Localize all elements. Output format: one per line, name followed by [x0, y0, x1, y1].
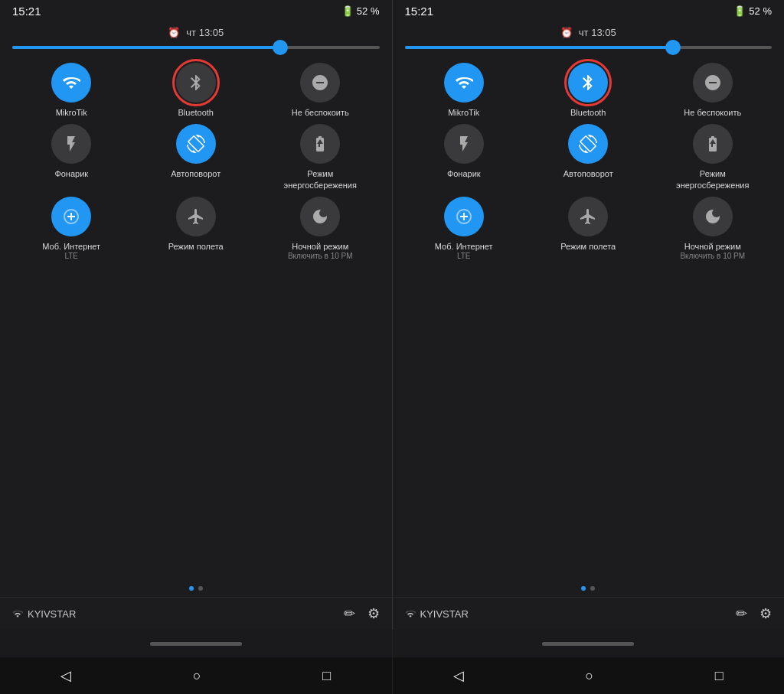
home-indicator-left: [0, 630, 393, 657]
footer-left: KYIVSTAR ✏ ⚙: [0, 597, 392, 630]
battery-icon-left: 🔋: [341, 5, 354, 17]
dot-2-right: [590, 586, 595, 591]
dot-1-left: [189, 586, 194, 591]
brightness-fill-left: [12, 46, 276, 49]
brightness-thumb-left[interactable]: [273, 40, 288, 55]
alarm-row-left: ⏰ чт 13:05: [0, 22, 392, 43]
back-button-left[interactable]: ◁: [45, 661, 87, 690]
brightness-right[interactable]: [393, 43, 785, 57]
time-left: 15:21: [12, 5, 41, 18]
wifi-icon-left[interactable]: [51, 63, 91, 103]
night-mode-icon-right[interactable]: [693, 197, 733, 236]
settings-icon-left[interactable]: ⚙: [368, 605, 380, 622]
wifi-icon-right[interactable]: [444, 63, 484, 103]
bluetooth-icon-left[interactable]: [176, 63, 216, 103]
recents-button-right[interactable]: □: [700, 662, 739, 690]
home-pill-right: [542, 642, 634, 646]
battery-icon-right: 🔋: [733, 5, 746, 17]
mobile-data-icon-left[interactable]: [51, 197, 91, 236]
battery-saver-label-left: Режим энергосбережения: [282, 168, 358, 191]
dnd-icon-left[interactable]: [300, 63, 340, 103]
tile-mobile-data-right[interactable]: Моб. Интернет LTE: [426, 197, 502, 260]
brightness-slider-right[interactable]: [405, 46, 773, 49]
tile-dnd-right[interactable]: Не беспокоить: [675, 63, 751, 118]
recents-button-left[interactable]: □: [307, 662, 346, 690]
tile-mobile-data-left[interactable]: Моб. Интернет LTE: [33, 197, 109, 260]
flashlight-icon-right[interactable]: [444, 124, 484, 164]
qs-row-1-right: MikroTik Bluetooth Не беспокоить: [402, 63, 776, 118]
tile-autorotate-right[interactable]: Автоповорот: [550, 124, 626, 191]
back-button-right[interactable]: ◁: [438, 661, 479, 690]
autorotate-label-left: Автоповорот: [171, 168, 220, 179]
mobile-data-label-right: Моб. Интернет: [435, 241, 493, 252]
dnd-icon-right[interactable]: [693, 63, 733, 103]
mobile-data-icon-right[interactable]: [444, 197, 484, 236]
brightness-slider-left[interactable]: [12, 46, 380, 49]
qs-row-2-right: Фонарик Автоповорот Режим энергосбережен…: [402, 124, 776, 191]
tile-wifi-right[interactable]: MikroTik: [426, 63, 502, 118]
carrier-section-right: KYIVSTAR: [405, 608, 469, 620]
tile-airplane-right[interactable]: Режим полета: [550, 197, 626, 260]
night-mode-sublabel-left: Включить в 10 PM: [288, 252, 353, 260]
mobile-data-sublabel-left: LTE: [64, 252, 78, 260]
status-bar-right: 15:21 🔋 52 %: [393, 0, 785, 22]
autorotate-icon-right[interactable]: [568, 124, 608, 164]
battery-text-left: 52 %: [357, 5, 380, 17]
tile-battery-saver-right[interactable]: Режим энергосбережения: [675, 124, 751, 191]
autorotate-label-right: Автоповорот: [564, 168, 613, 179]
brightness-thumb-right[interactable]: [665, 40, 681, 55]
battery-saver-label-right: Режим энергосбережения: [675, 168, 751, 191]
dnd-label-right: Не беспокоить: [684, 107, 741, 118]
home-button-left[interactable]: ○: [178, 662, 217, 690]
flashlight-label-left: Фонарик: [54, 168, 88, 179]
qs-row-3-left: Моб. Интернет LTE Режим полета Ночно: [9, 197, 383, 260]
bluetooth-icon-right[interactable]: [568, 63, 608, 103]
edit-icon-right[interactable]: ✏: [736, 605, 747, 622]
tile-flashlight-left[interactable]: Фонарик: [33, 124, 109, 191]
tile-dnd-left[interactable]: Не беспокоить: [282, 63, 358, 118]
home-indicator-right: [393, 630, 785, 657]
autorotate-icon-left[interactable]: [176, 124, 216, 164]
tile-bluetooth-right[interactable]: Bluetooth: [550, 63, 626, 118]
status-right-right: 🔋 52 %: [733, 5, 772, 17]
tile-flashlight-right[interactable]: Фонарик: [426, 124, 502, 191]
flashlight-label-right: Фонарик: [447, 168, 481, 179]
home-button-right[interactable]: ○: [570, 662, 609, 690]
tile-autorotate-left[interactable]: Автоповорот: [158, 124, 234, 191]
tile-bluetooth-left[interactable]: Bluetooth: [158, 63, 234, 118]
night-mode-icon-left[interactable]: [300, 197, 340, 236]
tile-airplane-left[interactable]: Режим полета: [158, 197, 234, 260]
brightness-fill-right: [405, 46, 669, 49]
carrier-text-left: KYIVSTAR: [28, 608, 76, 620]
carrier-section-left: KYIVSTAR: [12, 608, 76, 620]
airplane-icon-left[interactable]: [176, 197, 216, 236]
tile-night-mode-right[interactable]: Ночной режим Включить в 10 PM: [675, 197, 751, 260]
edit-icon-left[interactable]: ✏: [344, 605, 355, 622]
tile-battery-saver-left[interactable]: Режим энергосбережения: [282, 124, 358, 191]
battery-saver-icon-right[interactable]: [693, 124, 733, 164]
qs-row-3-right: Моб. Интернет LTE Режим полета Ночно: [402, 197, 776, 260]
flashlight-icon-left[interactable]: [51, 124, 91, 164]
nav-half-left: ◁ ○ □: [0, 657, 393, 694]
qs-row-2-left: Фонарик Автоповорот Режим энергосбережен…: [9, 124, 383, 191]
mobile-data-label-left: Моб. Интернет: [42, 241, 100, 252]
tile-wifi-left[interactable]: MikroTik: [33, 63, 109, 118]
pagination-left: [0, 580, 392, 597]
dot-2-left: [198, 586, 203, 591]
battery-saver-icon-left[interactable]: [300, 124, 340, 164]
bluetooth-label-left: Bluetooth: [178, 107, 214, 118]
mobile-data-sublabel-right: LTE: [457, 252, 471, 260]
footer-icons-right: ✏ ⚙: [736, 605, 772, 622]
alarm-row-right: ⏰ чт 13:05: [393, 22, 785, 43]
home-indicator-row: [0, 630, 784, 657]
dnd-label-left: Не беспокоить: [292, 107, 349, 118]
time-right: 15:21: [405, 5, 434, 18]
settings-icon-right[interactable]: ⚙: [760, 605, 772, 622]
brightness-left[interactable]: [0, 43, 392, 57]
qs-row-1-left: MikroTik Bluetooth Не беспокоить: [9, 63, 383, 118]
airplane-icon-right[interactable]: [568, 197, 608, 236]
tile-night-mode-left[interactable]: Ночной режим Включить в 10 PM: [282, 197, 358, 260]
alarm-text-left: чт 13:05: [186, 27, 224, 38]
footer-right: KYIVSTAR ✏ ⚙: [393, 597, 785, 630]
bluetooth-label-right: Bluetooth: [570, 107, 606, 118]
